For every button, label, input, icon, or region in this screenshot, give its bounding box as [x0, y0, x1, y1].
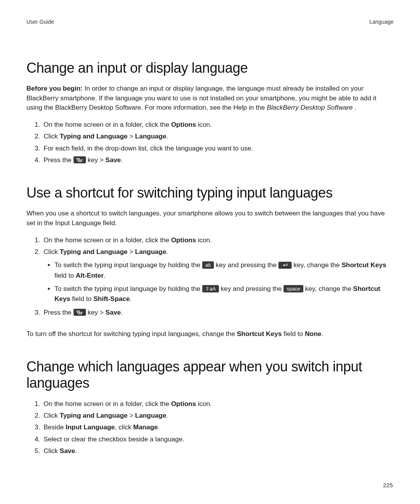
closing-paragraph: To turn off the shortcut for switching t…: [26, 329, 394, 339]
section-change-language: Change an input or display language Befo…: [26, 60, 394, 165]
shift-key-icon: ⇧aA: [202, 285, 219, 292]
step: Press the key > Save.: [42, 308, 394, 318]
bullet: To switch the typing input language by h…: [54, 284, 394, 304]
steps-list-3: On the home screen or in a folder, click…: [26, 399, 394, 457]
svg-point-9: [77, 312, 79, 313]
svg-point-10: [79, 312, 80, 313]
heading-which-languages: Change which languages appear when you s…: [26, 359, 394, 391]
intro-paragraph: Before you begin: In order to change an …: [26, 84, 394, 113]
section-which-languages: Change which languages appear when you s…: [26, 359, 394, 457]
step: Click Typing and Language > Language. To…: [42, 247, 394, 304]
step: On the home screen or in a folder, click…: [42, 399, 394, 409]
header-left: User Guide: [26, 19, 54, 25]
step: On the home screen or in a folder, click…: [42, 120, 394, 130]
header-right: Language: [369, 19, 394, 25]
step: Press the key > Save.: [42, 155, 394, 165]
heading-change-language: Change an input or display language: [26, 60, 394, 76]
intro-italic: BlackBerry Desktop Software: [267, 104, 353, 111]
svg-point-4: [81, 160, 82, 161]
svg-point-11: [81, 312, 82, 313]
bullet: To switch the typing input language by h…: [54, 260, 394, 281]
enter-key-icon: [278, 262, 292, 269]
intro-paragraph-2: When you use a shortcut to switch langua…: [26, 209, 394, 228]
step: Click Typing and Language > Language.: [42, 411, 394, 421]
blackberry-key-icon: [74, 156, 86, 163]
svg-point-3: [79, 160, 80, 161]
svg-point-6: [80, 161, 82, 162]
steps-list-2: On the home screen or in a folder, click…: [26, 235, 394, 318]
page: User Guide Language Change an input or d…: [0, 0, 420, 504]
svg-point-12: [78, 313, 80, 315]
step: Select or clear the checkbox beside a la…: [42, 434, 394, 444]
blackberry-key-icon: [74, 309, 86, 316]
step: For each field, in the drop-down list, c…: [42, 144, 394, 154]
page-header: User Guide Language: [26, 19, 394, 25]
step: Click Save.: [42, 446, 394, 456]
page-number: 225: [383, 482, 393, 488]
step: On the home screen or in a folder, click…: [42, 235, 394, 245]
svg-point-7: [76, 311, 78, 312]
section-shortcut-switch: Use a shortcut for switching typing inpu…: [26, 185, 394, 339]
svg-point-2: [77, 160, 79, 161]
step: Click Typing and Language > Language.: [42, 131, 394, 142]
heading-shortcut: Use a shortcut for switching typing inpu…: [26, 185, 394, 201]
svg-point-13: [80, 313, 82, 315]
space-key-icon: space: [284, 285, 303, 292]
sub-bullets: To switch the typing input language by h…: [44, 260, 394, 304]
step: Beside Input Language, click Manage.: [42, 422, 394, 432]
steps-list-1: On the home screen or in a folder, click…: [26, 120, 394, 165]
before-you-begin-label: Before you begin:: [26, 85, 83, 92]
alt-key-icon: alt: [202, 261, 214, 269]
svg-point-0: [76, 158, 78, 159]
svg-point-8: [78, 311, 80, 312]
intro-end: .: [353, 104, 356, 111]
svg-point-5: [78, 161, 80, 162]
svg-point-1: [78, 158, 80, 159]
